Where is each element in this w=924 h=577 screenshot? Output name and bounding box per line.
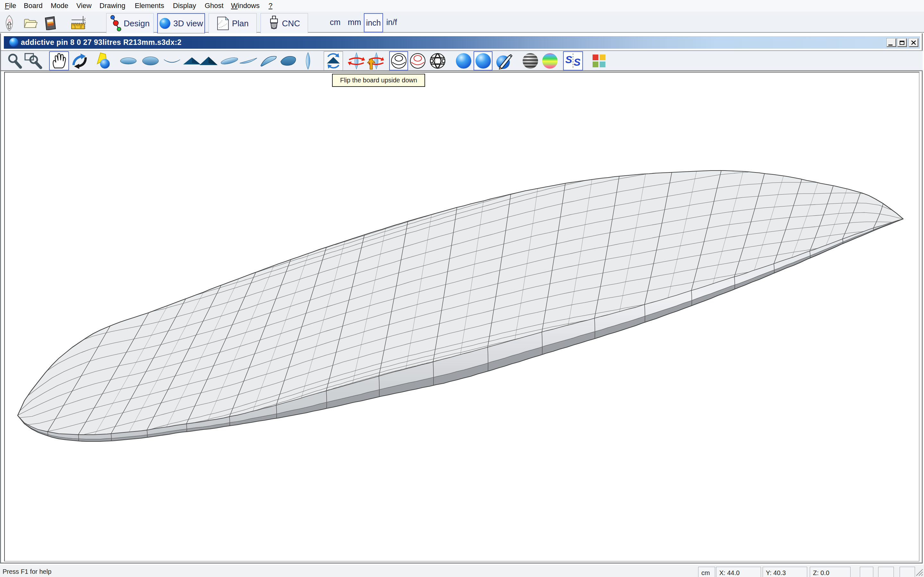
svg-text:0: 0	[80, 25, 82, 29]
svg-text:S: S	[573, 56, 581, 68]
svg-text:1: 1	[74, 25, 76, 29]
svg-text:S: S	[565, 54, 572, 65]
